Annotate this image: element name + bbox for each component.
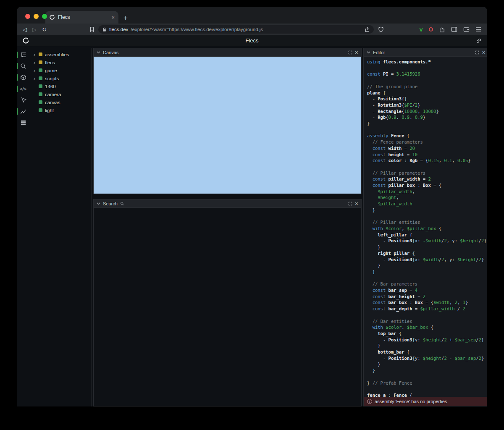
chevron-right-icon[interactable]: › — [34, 76, 38, 81]
expand-icon[interactable] — [348, 202, 352, 206]
browser-window: Flecs × + ◁ ▷ ↻ flecs.dev/explorer/?wasm… — [17, 7, 487, 406]
code-editor[interactable]: using flecs.components.* const PI = 3.14… — [364, 57, 487, 397]
tree-item[interactable]: › scripts — [29, 74, 91, 82]
tree-item[interactable]: › canvas — [29, 98, 91, 106]
app-header: Flecs — [17, 35, 487, 46]
tab-close-icon[interactable]: × — [111, 14, 115, 21]
inspect-panel-icon[interactable] — [17, 97, 29, 104]
tree-item[interactable]: › game — [29, 66, 91, 74]
entity-color-square — [39, 68, 42, 72]
extension-icons: V — [419, 26, 481, 33]
chevron-right-icon[interactable]: › — [34, 60, 38, 65]
editor-column: Editor × using flecs.components.* const … — [363, 48, 485, 406]
url-path: /explorer/?wasm=https://www.flecs.dev/ex… — [131, 27, 362, 32]
entity-color-square — [39, 52, 42, 56]
close-icon[interactable]: × — [482, 50, 485, 55]
editor-panel-icon[interactable]: </> — [17, 85, 29, 92]
close-icon[interactable]: × — [355, 50, 358, 55]
expand-icon[interactable] — [475, 50, 479, 55]
flecs-favicon — [49, 14, 55, 20]
back-button[interactable]: ◁ — [23, 26, 27, 33]
search-panel: Search × — [93, 199, 362, 406]
share-icon[interactable] — [365, 27, 370, 32]
tree-item-label: light — [45, 108, 54, 113]
flecs-explorer-page: Flecs </> — [17, 35, 487, 406]
entity-color-square — [39, 84, 42, 88]
forward-button[interactable]: ▷ — [32, 26, 37, 33]
canvas-panel: Canvas × — [93, 48, 362, 194]
tab-title: Flecs — [58, 14, 108, 20]
editor-panel-header: Editor × — [364, 48, 487, 57]
browser-tab[interactable]: Flecs × — [45, 11, 118, 24]
tree-item-label: flecs — [45, 60, 55, 65]
lock-icon — [102, 27, 107, 32]
search-panel-header: Search × — [94, 199, 361, 208]
entity-color-square — [39, 100, 42, 104]
browser-toolbar: ◁ ▷ ↻ flecs.dev/explorer/?wasm=https://w… — [17, 24, 487, 35]
main-content: </> › assemblies › flecs — [17, 46, 487, 406]
error-message-text: assembly 'Fence' has no properties — [375, 399, 447, 404]
browser-tab-strip: Flecs × + — [17, 7, 487, 24]
zoom-window-button[interactable] — [42, 14, 47, 19]
info-icon: i — [367, 399, 372, 404]
tree-item-label: game — [45, 68, 57, 73]
sidebar-toggle-icon[interactable] — [451, 26, 457, 32]
tree-item-label: 1460 — [45, 84, 56, 89]
wallet-icon[interactable] — [463, 26, 470, 32]
shield-icon[interactable] — [378, 26, 384, 32]
page-title: Flecs — [17, 37, 487, 44]
puzzle-icon[interactable] — [439, 26, 445, 33]
center-column: Canvas × Search — [93, 48, 362, 406]
tree-item-label: scripts — [45, 76, 59, 81]
extension-ring-icon[interactable] — [429, 27, 433, 31]
tree-item[interactable]: › assemblies — [29, 50, 91, 58]
stats-panel-icon[interactable] — [17, 108, 29, 115]
extension-v-icon[interactable]: V — [419, 26, 423, 33]
entity-tree: › assemblies › flecs › game › scripts › … — [29, 48, 92, 406]
queries-panel-icon[interactable] — [17, 119, 29, 126]
tree-item-label: canvas — [45, 100, 60, 105]
search-icon — [120, 202, 124, 206]
chevron-down-icon[interactable] — [367, 51, 370, 54]
close-window-button[interactable] — [25, 14, 30, 19]
entity-color-square — [39, 108, 42, 112]
chevron-right-icon[interactable]: › — [34, 68, 38, 73]
tree-item-label: camera — [45, 92, 61, 97]
screen: Flecs × + ◁ ▷ ↻ flecs.dev/explorer/?wasm… — [0, 0, 504, 430]
chevron-right-icon[interactable]: › — [34, 52, 38, 57]
panel-icon-strip: </> — [17, 48, 29, 406]
canvas-panel-icon[interactable] — [17, 74, 29, 81]
canvas-panel-title: Canvas — [103, 50, 118, 55]
tree-item[interactable]: › light — [29, 106, 91, 114]
reload-button[interactable]: ↻ — [42, 26, 47, 33]
canvas-viewport[interactable] — [94, 57, 361, 194]
tree-item[interactable]: › 1460 — [29, 82, 91, 90]
entity-color-square — [39, 92, 42, 96]
editor-panel-title: Editor — [373, 50, 385, 55]
minimize-window-button[interactable] — [34, 14, 39, 19]
entity-color-square — [39, 60, 42, 64]
chevron-down-icon[interactable] — [97, 51, 100, 54]
tree-item[interactable]: › camera — [29, 90, 91, 98]
error-message-bar: i assembly 'Fence' has no properties — [364, 397, 487, 406]
url-domain: flecs.dev — [109, 27, 128, 32]
bookmark-icon[interactable] — [89, 26, 95, 32]
search-panel-title: Search — [103, 201, 118, 206]
expand-icon[interactable] — [348, 50, 352, 55]
editor-panel: Editor × using flecs.components.* const … — [363, 48, 487, 406]
close-icon[interactable]: × — [355, 201, 358, 206]
menu-icon[interactable] — [475, 27, 481, 32]
canvas-panel-header: Canvas × — [94, 48, 361, 57]
chevron-down-icon[interactable] — [97, 202, 100, 205]
tree-panel-icon[interactable] — [17, 51, 29, 58]
address-bar[interactable]: flecs.dev/explorer/?wasm=https://www.fle… — [98, 25, 374, 34]
search-panel-icon[interactable] — [17, 63, 29, 70]
tree-item-label: assemblies — [45, 52, 69, 57]
new-tab-button[interactable]: + — [123, 14, 128, 21]
entity-color-square — [39, 76, 42, 80]
tree-item[interactable]: › flecs — [29, 58, 91, 66]
search-results-area[interactable] — [94, 208, 361, 406]
window-controls — [25, 14, 47, 19]
